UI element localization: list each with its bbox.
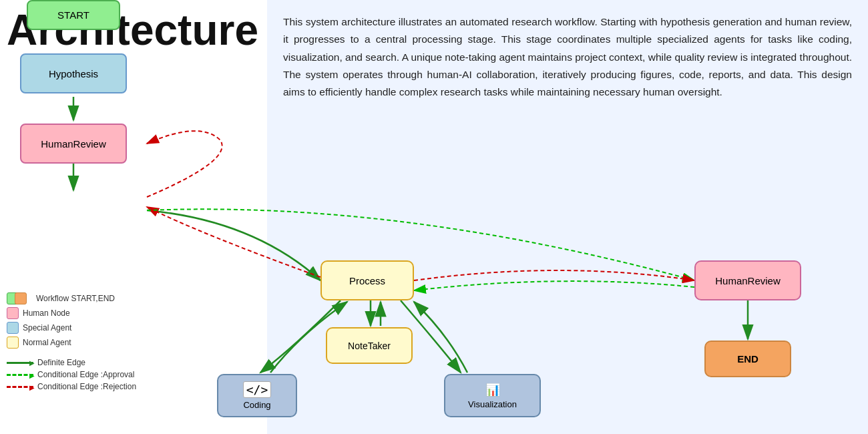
node-notetaker: NoteTaker [326, 327, 413, 364]
legend-approval: ▶ Conditional Edge :Approval [7, 370, 136, 379]
legend-human-color [7, 307, 19, 319]
legend: Workflow START,END Human Node Special Ag… [7, 292, 136, 394]
visualization-icon: 📊 [485, 383, 500, 397]
node-visualization: 📊 Visualization [444, 374, 541, 417]
legend-special: Special Agent [7, 322, 136, 334]
legend-end-color [15, 292, 27, 304]
legend-definite-line: ▶ [7, 362, 33, 364]
legend-special-color [7, 322, 19, 334]
legend-workflow: Workflow START,END [7, 292, 136, 304]
node-start: START [27, 0, 120, 30]
coding-icon: </> [243, 381, 272, 398]
legend-definite: ▶ Definite Edge [7, 358, 136, 367]
node-end: END [704, 341, 791, 377]
legend-normal-color [7, 337, 19, 349]
legend-approval-line: ▶ [7, 374, 33, 376]
node-coding: </> Coding [217, 374, 297, 417]
legend-rejection-line: ▶ [7, 386, 33, 388]
page: Architecture START Hypothesis HumanRevie… [0, 0, 868, 434]
node-humanreview-top: HumanReview [20, 124, 127, 164]
node-process: Process [320, 260, 414, 300]
legend-rejection: ▶ Conditional Edge :Rejection [7, 382, 136, 391]
left-panel: Architecture START Hypothesis HumanRevie… [0, 0, 267, 434]
node-hypothesis: Hypothesis [20, 53, 127, 93]
description-text: This system architecture illustrates an … [283, 13, 852, 101]
node-humanreview-right: HumanReview [694, 260, 801, 300]
legend-human: Human Node [7, 307, 136, 319]
legend-normal: Normal Agent [7, 337, 136, 349]
